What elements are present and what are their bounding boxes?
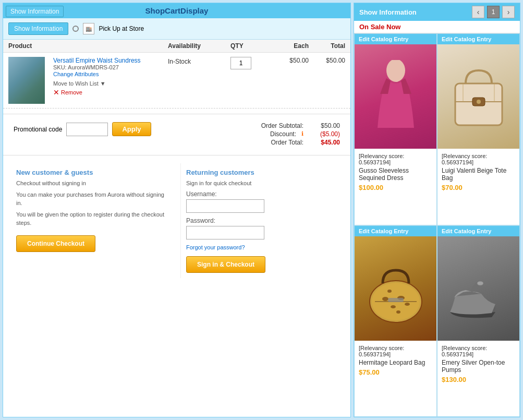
cart-table-header: Product Availability QTY Each Total <box>3 40 350 53</box>
product-card-1: Edit Catalog Entry <box>437 33 520 225</box>
product-card-3: Edit Catalog Entry <box>437 225 520 417</box>
product-info-3: [Relevancy score: 0.56937194] Emery Silv… <box>437 341 519 388</box>
pickup-label: Pick Up at Store <box>99 25 144 32</box>
product-name-3: Emery Silver Open-toe Pumps <box>442 359 515 374</box>
col-availability: Availability <box>168 42 230 50</box>
product-info-0: [Relevancy score: 0.56937194] Gusso Slee… <box>355 149 436 196</box>
availability-cell: In-Stock <box>168 57 230 65</box>
pickup-store-icon: 🏬 <box>83 23 94 34</box>
product-name-2: Hermitage Leopard Bag <box>359 359 432 366</box>
product-column: Versatil Empire Waist Sundress SKU: Auro… <box>8 57 168 104</box>
right-panel: Show Information ‹ 1 › On Sale Now Edit … <box>354 3 520 417</box>
signin-checkout-button[interactable]: Sign in & Checkout <box>186 256 265 273</box>
next-page-button[interactable]: › <box>502 6 515 18</box>
svg-point-4 <box>477 100 481 104</box>
leopard-bag-image <box>355 236 436 341</box>
edit-catalog-button-3[interactable]: Edit Catalog Entry <box>437 226 519 236</box>
subtotal-label: Order Subtotal: <box>261 122 303 129</box>
leopard-bag-svg <box>364 252 427 325</box>
show-info-button-2[interactable]: Show Information <box>8 22 68 35</box>
current-page: 1 <box>487 6 500 18</box>
continue-checkout-button[interactable]: Continue Checkout <box>16 235 95 252</box>
each-price-cell: $50.00 <box>267 57 309 64</box>
bag-image <box>437 44 519 149</box>
product-price-0: $100.00 <box>359 184 432 191</box>
product-relevancy-2: [Relevancy score: 0.56937194] <box>359 345 432 357</box>
promo-left: Promotional code Apply <box>14 122 151 136</box>
col-total: Total <box>309 42 345 50</box>
svg-point-12 <box>396 310 400 314</box>
subtotal-row: Order Subtotal: $50.00 <box>261 122 340 129</box>
discount-value: ($5.00) <box>309 130 340 138</box>
edit-catalog-button-0[interactable]: Edit Catalog Entry <box>355 34 436 44</box>
products-grid: Edit Catalog Entry [Relevancy score: 0.5… <box>354 33 520 417</box>
guest-heading: New customer & guests <box>16 169 167 176</box>
product-image-1 <box>437 44 519 149</box>
username-input[interactable] <box>186 199 264 213</box>
show-info-button-left[interactable]: Show Information <box>6 6 64 17</box>
page-title: ShopCartDisplay <box>145 6 209 15</box>
right-header-title: Show Information <box>359 8 417 16</box>
dress-image <box>355 44 436 149</box>
promo-section: Promotional code Apply Order Subtotal: $… <box>3 114 350 155</box>
shoes-svg <box>445 255 513 322</box>
col-product: Product <box>8 42 168 50</box>
remove-item-button[interactable]: ✕ Remove <box>53 88 168 97</box>
prev-page-button[interactable]: ‹ <box>472 6 484 18</box>
product-details: Versatil Empire Waist Sundress SKU: Auro… <box>49 57 168 97</box>
apply-button[interactable]: Apply <box>112 122 151 136</box>
on-sale-banner: On Sale Now <box>354 21 520 33</box>
forgot-password-link[interactable]: Forgot your password? <box>186 244 245 250</box>
shoes-image <box>437 236 519 341</box>
product-relevancy-1: [Relevancy score: 0.56937194] <box>442 153 515 165</box>
move-to-wishlist[interactable]: Move to Wish List ▼ <box>53 80 168 87</box>
product-card-2: Edit Catalog Entry <box>354 225 437 417</box>
cart-item-row: Versatil Empire Waist Sundress SKU: Auro… <box>3 53 350 109</box>
svg-point-16 <box>477 281 483 285</box>
svg-rect-14 <box>388 298 404 302</box>
pagination: ‹ 1 › <box>472 6 515 18</box>
edit-catalog-button-1[interactable]: Edit Catalog Entry <box>437 34 519 44</box>
guest-text1: You can make your purchases from Aurora … <box>16 190 167 208</box>
returning-heading: Returning customers <box>186 169 337 176</box>
svg-point-0 <box>386 60 405 82</box>
password-field-group: Password: <box>186 217 337 239</box>
total-price-cell: $50.00 <box>309 57 345 64</box>
password-label: Password: <box>186 217 337 224</box>
product-image-3 <box>437 236 519 341</box>
svg-point-7 <box>382 297 388 301</box>
col-each: Each <box>267 42 309 50</box>
password-input[interactable] <box>186 226 264 239</box>
product-image <box>8 57 45 104</box>
qty-input[interactable] <box>230 57 251 69</box>
guest-checkout-col: New customer & guests Checkout without s… <box>11 163 173 278</box>
product-name-link[interactable]: Versatil Empire Waist Sundress <box>53 57 141 64</box>
col-qty: QTY <box>230 42 267 50</box>
order-total-label: Order Total: <box>271 139 303 146</box>
product-info-1: [Relevancy score: 0.56937194] Luigi Vale… <box>437 149 519 196</box>
left-header: Show Information ShopCartDisplay <box>3 3 350 18</box>
discount-row: Discount: ℹ ($5.00) <box>261 130 340 138</box>
product-relevancy-3: [Relevancy score: 0.56937194] <box>442 345 515 357</box>
edit-catalog-button-2[interactable]: Edit Catalog Entry <box>355 226 436 236</box>
right-header: Show Information ‹ 1 › <box>354 3 520 21</box>
product-price-3: $130.00 <box>442 376 515 383</box>
product-price-2: $75.00 <box>359 368 432 376</box>
left-subheader: Show Information 🏬 Pick Up at Store <box>3 18 350 40</box>
product-card-0: Edit Catalog Entry [Relevancy score: 0.5… <box>354 33 437 225</box>
product-image-0 <box>355 44 436 149</box>
guest-subheading: Checkout without signing in <box>16 179 167 188</box>
promo-code-input[interactable] <box>66 123 108 136</box>
discount-info-icon: ℹ <box>301 130 303 138</box>
product-price-1: $70.00 <box>442 184 515 191</box>
bag-svg <box>447 60 510 133</box>
radio-pickup[interactable] <box>72 26 79 32</box>
product-info-2: [Relevancy score: 0.56937194] Hermitage … <box>355 341 436 380</box>
left-panel: Show Information ShopCartDisplay Show In… <box>3 3 351 417</box>
change-attributes-link[interactable]: Change Attributes <box>53 71 99 77</box>
username-label: Username: <box>186 190 337 198</box>
product-relevancy-0: [Relevancy score: 0.56937194] <box>359 153 432 165</box>
product-sku: SKU: AuroraWMDRS-027 <box>53 64 168 70</box>
returning-subheading: Sign in for quick checkout <box>186 179 337 188</box>
discount-label: Discount: <box>270 130 296 138</box>
